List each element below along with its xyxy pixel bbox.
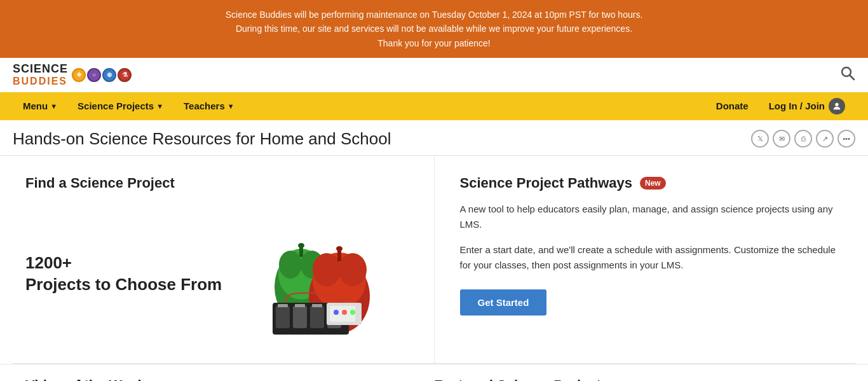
logo[interactable]: SCIENCE BUDDIES ⚛ ○ ⊕ ⚗ xyxy=(13,63,132,87)
pathway-desc2: Enter a start date, and we'll create a s… xyxy=(460,242,843,273)
pathway-title-row: Science Project Pathways New xyxy=(460,175,843,191)
logo-icon-science: ⚗ xyxy=(118,68,132,82)
logo-icon-molecule: ○ xyxy=(87,68,101,82)
project-feature: 1200+ Projects to Choose From xyxy=(25,204,409,344)
svg-point-26 xyxy=(334,310,339,315)
more-icon: ••• xyxy=(843,135,850,142)
share-icon: ↗ xyxy=(822,135,828,143)
svg-rect-21 xyxy=(295,304,305,307)
featured-title: Featured Science Project xyxy=(434,377,843,381)
bottom-row: Video of the Week Featured Science Proje… xyxy=(0,364,868,381)
project-subtitle: Projects to Choose From xyxy=(25,274,222,296)
svg-point-14 xyxy=(336,246,342,251)
logo-buddies: BUDDIES xyxy=(13,76,68,87)
project-count-text: 1200+ Projects to Choose From xyxy=(25,253,222,296)
share-icons: 𝕏 ✉ ⎙ ↗ ••• xyxy=(751,130,855,148)
email-icon: ✉ xyxy=(779,135,785,143)
menu-label: Menu xyxy=(23,100,48,111)
logo-text: SCIENCE BUDDIES xyxy=(13,63,68,87)
svg-rect-18 xyxy=(310,306,324,328)
svg-rect-17 xyxy=(293,306,307,328)
teachers-label: Teachers xyxy=(184,100,225,111)
svg-point-8 xyxy=(298,243,304,248)
banner-line1: Science Buddies will be performing maint… xyxy=(13,8,855,22)
banner-line3: Thank you for your patience! xyxy=(13,36,855,50)
main-nav: Menu ▼ Science Projects ▼ Teachers ▼ Don… xyxy=(0,92,868,120)
banner-line2: During this time, our site and services … xyxy=(13,22,855,36)
svg-rect-20 xyxy=(278,304,288,307)
svg-line-1 xyxy=(850,75,855,80)
svg-rect-16 xyxy=(276,306,290,328)
donate-nav-item[interactable]: Donate xyxy=(706,92,759,120)
twitter-icon: 𝕏 xyxy=(757,135,763,143)
science-projects-chevron-icon: ▼ xyxy=(156,102,163,110)
login-label: Log In / Join xyxy=(769,100,825,111)
logo-icon-atom: ⚛ xyxy=(72,68,86,82)
logo-icons: ⚛ ○ ⊕ ⚗ xyxy=(72,68,132,82)
video-title: Video of the Week xyxy=(25,377,434,381)
site-header: SCIENCE BUDDIES ⚛ ○ ⊕ ⚗ xyxy=(0,58,868,92)
svg-rect-22 xyxy=(312,304,322,307)
project-illustration-svg xyxy=(234,204,400,344)
svg-point-2 xyxy=(835,102,838,106)
science-projects-nav-item[interactable]: Science Projects ▼ xyxy=(67,92,173,120)
find-project-title: Find a Science Project xyxy=(25,175,409,191)
print-icon: ⎙ xyxy=(801,135,806,142)
email-share-button[interactable]: ✉ xyxy=(773,130,790,148)
pathway-title: Science Project Pathways xyxy=(460,175,632,191)
nav-right: Donate Log In / Join xyxy=(706,92,855,120)
more-options-button[interactable]: ••• xyxy=(837,130,855,148)
logo-science: SCIENCE xyxy=(13,63,68,76)
svg-point-5 xyxy=(279,251,302,279)
svg-point-27 xyxy=(342,310,347,315)
page-title-row: Hands-on Science Resources for Home and … xyxy=(0,120,868,156)
donate-label: Donate xyxy=(716,100,749,111)
project-count: 1200+ xyxy=(25,253,222,274)
main-content: Find a Science Project 1200+ Projects to… xyxy=(0,156,868,363)
print-button[interactable]: ⎙ xyxy=(794,130,812,148)
science-projects-label: Science Projects xyxy=(78,100,154,111)
menu-nav-item[interactable]: Menu ▼ xyxy=(13,92,67,120)
nav-left: Menu ▼ Science Projects ▼ Teachers ▼ xyxy=(13,92,706,120)
share-button[interactable]: ↗ xyxy=(816,130,834,148)
featured-section: Featured Science Project xyxy=(434,377,843,381)
find-project-panel: Find a Science Project 1200+ Projects to… xyxy=(0,156,435,363)
svg-point-28 xyxy=(350,310,355,315)
get-started-button[interactable]: Get Started xyxy=(460,289,547,315)
user-avatar-icon xyxy=(829,98,845,114)
twitter-share-button[interactable]: 𝕏 xyxy=(751,130,769,148)
new-badge: New xyxy=(640,177,666,190)
page-title: Hands-on Science Resources for Home and … xyxy=(13,129,391,149)
pathways-panel: Science Project Pathways New A new tool … xyxy=(435,156,869,363)
login-nav-item[interactable]: Log In / Join xyxy=(759,92,855,120)
maintenance-banner: Science Buddies will be performing maint… xyxy=(0,0,868,58)
search-button[interactable] xyxy=(840,66,855,85)
svg-point-12 xyxy=(339,253,367,286)
menu-chevron-icon: ▼ xyxy=(50,102,57,110)
svg-point-11 xyxy=(313,253,341,286)
logo-icon-globe: ⊕ xyxy=(102,68,116,82)
pathway-desc1: A new tool to help educators easily plan… xyxy=(460,202,843,232)
project-image[interactable] xyxy=(234,204,400,344)
video-section: Video of the Week xyxy=(25,377,434,381)
teachers-chevron-icon: ▼ xyxy=(227,102,234,110)
teachers-nav-item[interactable]: Teachers ▼ xyxy=(173,92,245,120)
